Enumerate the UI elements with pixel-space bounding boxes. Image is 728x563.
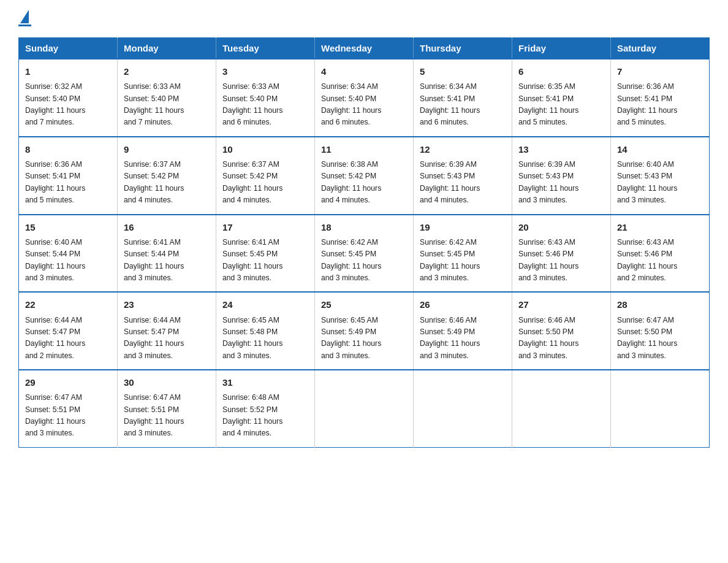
day-number: 24	[222, 297, 308, 312]
calendar-cell	[315, 370, 414, 447]
calendar-cell: 29Sunrise: 6:47 AMSunset: 5:51 PMDayligh…	[19, 370, 118, 447]
calendar-cell: 2Sunrise: 6:33 AMSunset: 5:40 PMDaylight…	[118, 59, 216, 137]
day-number: 13	[518, 142, 604, 156]
day-number: 8	[25, 142, 111, 156]
weekday-header-friday: Friday	[512, 38, 611, 59]
day-number: 25	[321, 297, 407, 312]
calendar-cell: 21Sunrise: 6:43 AMSunset: 5:46 PMDayligh…	[611, 215, 710, 293]
calendar-cell	[611, 370, 710, 447]
day-number: 2	[124, 64, 210, 79]
calendar-cell: 10Sunrise: 6:37 AMSunset: 5:42 PMDayligh…	[216, 137, 315, 215]
day-number: 12	[420, 142, 506, 156]
day-info: Sunrise: 6:36 AMSunset: 5:41 PMDaylight:…	[25, 160, 85, 204]
calendar-cell	[512, 370, 611, 447]
day-number: 29	[25, 375, 111, 389]
day-info: Sunrise: 6:38 AMSunset: 5:42 PMDaylight:…	[321, 160, 381, 204]
calendar-cell: 11Sunrise: 6:38 AMSunset: 5:42 PMDayligh…	[315, 137, 414, 215]
day-info: Sunrise: 6:40 AMSunset: 5:43 PMDaylight:…	[617, 160, 677, 204]
calendar-cell: 27Sunrise: 6:46 AMSunset: 5:50 PMDayligh…	[512, 292, 611, 370]
day-info: Sunrise: 6:42 AMSunset: 5:45 PMDaylight:…	[321, 238, 381, 282]
day-info: Sunrise: 6:47 AMSunset: 5:51 PMDaylight:…	[124, 393, 184, 437]
day-number: 11	[321, 142, 407, 156]
calendar-cell: 5Sunrise: 6:34 AMSunset: 5:41 PMDaylight…	[414, 59, 512, 137]
weekday-header-sunday: Sunday	[19, 38, 118, 59]
day-number: 27	[518, 297, 604, 312]
day-info: Sunrise: 6:45 AMSunset: 5:49 PMDaylight:…	[321, 316, 381, 360]
logo	[18, 12, 31, 26]
calendar-week-row: 29Sunrise: 6:47 AMSunset: 5:51 PMDayligh…	[19, 370, 710, 447]
calendar-cell: 4Sunrise: 6:34 AMSunset: 5:40 PMDaylight…	[315, 59, 414, 137]
day-number: 6	[518, 64, 604, 79]
page-header	[18, 12, 710, 26]
day-info: Sunrise: 6:39 AMSunset: 5:43 PMDaylight:…	[518, 160, 578, 204]
day-info: Sunrise: 6:36 AMSunset: 5:41 PMDaylight:…	[617, 82, 677, 126]
day-number: 19	[420, 220, 506, 234]
day-info: Sunrise: 6:32 AMSunset: 5:40 PMDaylight:…	[25, 82, 85, 126]
calendar-cell: 13Sunrise: 6:39 AMSunset: 5:43 PMDayligh…	[512, 137, 611, 215]
calendar-cell: 17Sunrise: 6:41 AMSunset: 5:45 PMDayligh…	[216, 215, 315, 293]
day-number: 22	[25, 297, 111, 312]
weekday-header-saturday: Saturday	[611, 38, 710, 59]
day-info: Sunrise: 6:43 AMSunset: 5:46 PMDaylight:…	[518, 238, 578, 282]
logo-triangle-icon	[20, 10, 29, 23]
day-number: 21	[617, 220, 703, 234]
calendar-cell: 20Sunrise: 6:43 AMSunset: 5:46 PMDayligh…	[512, 215, 611, 293]
calendar-cell: 6Sunrise: 6:35 AMSunset: 5:41 PMDaylight…	[512, 59, 611, 137]
day-info: Sunrise: 6:47 AMSunset: 5:51 PMDaylight:…	[25, 393, 85, 437]
calendar-cell: 7Sunrise: 6:36 AMSunset: 5:41 PMDaylight…	[611, 59, 710, 137]
calendar-cell: 15Sunrise: 6:40 AMSunset: 5:44 PMDayligh…	[19, 215, 118, 293]
day-number: 3	[222, 64, 308, 79]
calendar-cell: 30Sunrise: 6:47 AMSunset: 5:51 PMDayligh…	[118, 370, 216, 447]
calendar-cell: 22Sunrise: 6:44 AMSunset: 5:47 PMDayligh…	[19, 292, 118, 370]
day-number: 18	[321, 220, 407, 234]
day-number: 9	[124, 142, 210, 156]
day-info: Sunrise: 6:41 AMSunset: 5:45 PMDaylight:…	[222, 238, 282, 282]
day-number: 30	[124, 375, 210, 389]
day-number: 10	[222, 142, 308, 156]
day-info: Sunrise: 6:35 AMSunset: 5:41 PMDaylight:…	[518, 82, 578, 126]
calendar-week-row: 8Sunrise: 6:36 AMSunset: 5:41 PMDaylight…	[19, 137, 710, 215]
calendar-week-row: 15Sunrise: 6:40 AMSunset: 5:44 PMDayligh…	[19, 215, 710, 293]
day-info: Sunrise: 6:44 AMSunset: 5:47 PMDaylight:…	[124, 316, 184, 360]
calendar-cell	[414, 370, 512, 447]
day-info: Sunrise: 6:46 AMSunset: 5:50 PMDaylight:…	[518, 316, 578, 360]
day-info: Sunrise: 6:45 AMSunset: 5:48 PMDaylight:…	[222, 316, 282, 360]
calendar-cell: 24Sunrise: 6:45 AMSunset: 5:48 PMDayligh…	[216, 292, 315, 370]
calendar-cell: 3Sunrise: 6:33 AMSunset: 5:40 PMDaylight…	[216, 59, 315, 137]
calendar-cell: 25Sunrise: 6:45 AMSunset: 5:49 PMDayligh…	[315, 292, 414, 370]
calendar-cell: 12Sunrise: 6:39 AMSunset: 5:43 PMDayligh…	[414, 137, 512, 215]
calendar-cell: 9Sunrise: 6:37 AMSunset: 5:42 PMDaylight…	[118, 137, 216, 215]
day-number: 17	[222, 220, 308, 234]
calendar-week-row: 22Sunrise: 6:44 AMSunset: 5:47 PMDayligh…	[19, 292, 710, 370]
calendar-cell: 1Sunrise: 6:32 AMSunset: 5:40 PMDaylight…	[19, 59, 118, 137]
day-info: Sunrise: 6:47 AMSunset: 5:50 PMDaylight:…	[617, 316, 677, 360]
day-info: Sunrise: 6:44 AMSunset: 5:47 PMDaylight:…	[25, 316, 85, 360]
day-number: 16	[124, 220, 210, 234]
weekday-header-tuesday: Tuesday	[216, 38, 315, 59]
day-number: 23	[124, 297, 210, 312]
calendar-table: SundayMondayTuesdayWednesdayThursdayFrid…	[18, 37, 710, 448]
day-number: 28	[617, 297, 703, 312]
day-info: Sunrise: 6:34 AMSunset: 5:41 PMDaylight:…	[420, 82, 480, 126]
calendar-cell: 19Sunrise: 6:42 AMSunset: 5:45 PMDayligh…	[414, 215, 512, 293]
day-info: Sunrise: 6:42 AMSunset: 5:45 PMDaylight:…	[420, 238, 480, 282]
calendar-cell: 14Sunrise: 6:40 AMSunset: 5:43 PMDayligh…	[611, 137, 710, 215]
day-number: 4	[321, 64, 407, 79]
calendar-cell: 18Sunrise: 6:42 AMSunset: 5:45 PMDayligh…	[315, 215, 414, 293]
day-number: 15	[25, 220, 111, 234]
calendar-cell: 31Sunrise: 6:48 AMSunset: 5:52 PMDayligh…	[216, 370, 315, 447]
weekday-header-monday: Monday	[118, 38, 216, 59]
weekday-header-row: SundayMondayTuesdayWednesdayThursdayFrid…	[19, 38, 710, 59]
calendar-cell: 8Sunrise: 6:36 AMSunset: 5:41 PMDaylight…	[19, 137, 118, 215]
day-number: 1	[25, 64, 111, 79]
day-info: Sunrise: 6:48 AMSunset: 5:52 PMDaylight:…	[222, 393, 282, 437]
day-number: 26	[420, 297, 506, 312]
day-info: Sunrise: 6:43 AMSunset: 5:46 PMDaylight:…	[617, 238, 677, 282]
calendar-cell: 16Sunrise: 6:41 AMSunset: 5:44 PMDayligh…	[118, 215, 216, 293]
day-info: Sunrise: 6:41 AMSunset: 5:44 PMDaylight:…	[124, 238, 184, 282]
day-number: 7	[617, 64, 703, 79]
calendar-week-row: 1Sunrise: 6:32 AMSunset: 5:40 PMDaylight…	[19, 59, 710, 137]
day-info: Sunrise: 6:33 AMSunset: 5:40 PMDaylight:…	[124, 82, 184, 126]
day-info: Sunrise: 6:33 AMSunset: 5:40 PMDaylight:…	[222, 82, 282, 126]
day-number: 31	[222, 375, 308, 389]
